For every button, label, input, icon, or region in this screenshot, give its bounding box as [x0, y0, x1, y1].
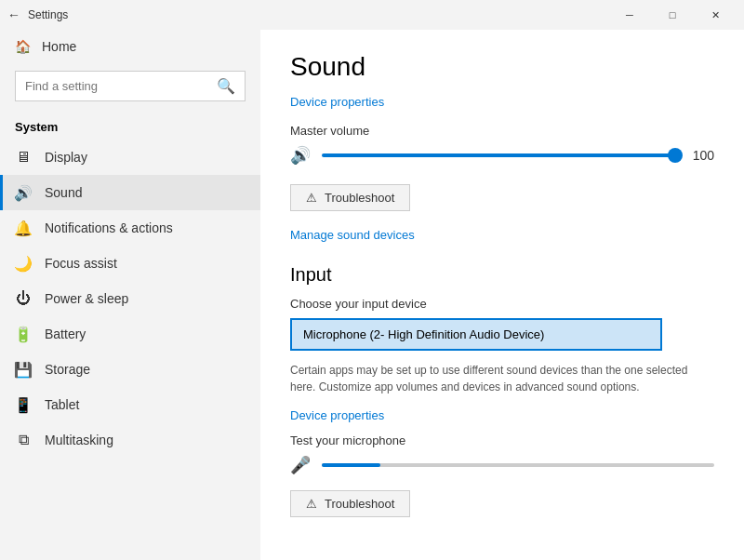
home-icon: 🏠: [15, 39, 31, 54]
sidebar-item-focus[interactable]: 🌙 Focus assist: [0, 246, 260, 281]
sidebar-item-notifications[interactable]: 🔔 Notifications & actions: [0, 210, 260, 246]
minimize-button[interactable]: ─: [608, 0, 651, 30]
back-icon: ←: [7, 7, 20, 22]
tablet-icon: 📱: [15, 396, 32, 413]
focus-icon: 🌙: [15, 255, 32, 272]
sidebar-item-label-battery: Battery: [45, 327, 86, 341]
test-mic-label: Test your microphone: [290, 433, 714, 447]
device-properties-link[interactable]: Device properties: [290, 95, 384, 109]
titlebar: ← Settings ─ □ ✕: [0, 0, 744, 30]
sidebar-item-display[interactable]: 🖥 Display: [0, 140, 260, 175]
troubleshoot-button[interactable]: ⚠ Troubleshoot: [290, 184, 410, 211]
troubleshoot-label-2: Troubleshoot: [325, 497, 394, 511]
choose-input-label: Choose your input device: [290, 297, 714, 311]
volume-row: 🔊 100: [290, 145, 714, 166]
home-label: Home: [42, 39, 76, 54]
sidebar-item-storage[interactable]: 💾 Storage: [0, 352, 260, 387]
titlebar-controls: ─ □ ✕: [608, 0, 737, 30]
info-text: Certain apps may be set up to use differ…: [290, 362, 714, 395]
battery-icon: 🔋: [15, 326, 32, 342]
notifications-icon: 🔔: [15, 220, 32, 236]
close-button[interactable]: ✕: [694, 0, 737, 30]
warning-icon: ⚠: [306, 191, 317, 205]
warning-icon-2: ⚠: [306, 497, 317, 511]
device-properties-link-2[interactable]: Device properties: [290, 408, 384, 422]
sidebar-item-multitasking[interactable]: ⧉ Multitasking: [0, 422, 260, 458]
sidebar-item-power[interactable]: ⏻ Power & sleep: [0, 281, 260, 316]
volume-icon: 🔊: [290, 145, 311, 166]
mic-slider-row: 🎤: [290, 455, 714, 475]
storage-icon: 💾: [15, 361, 32, 378]
sidebar-item-tablet[interactable]: 📱 Tablet: [0, 387, 260, 422]
master-volume-label: Master volume: [290, 124, 714, 138]
device-select[interactable]: Microphone (2- High Definition Audio Dev…: [290, 318, 662, 351]
volume-thumb[interactable]: [668, 148, 683, 163]
maximize-button[interactable]: □: [651, 0, 694, 30]
sidebar-item-sound[interactable]: 🔊 Sound: [0, 175, 260, 210]
troubleshoot-button-2[interactable]: ⚠ Troubleshoot: [290, 490, 410, 517]
search-icon: 🔍: [217, 77, 235, 95]
titlebar-title: Settings: [28, 8, 608, 21]
sound-icon: 🔊: [15, 184, 32, 201]
mic-slider[interactable]: [322, 463, 714, 467]
volume-track: [322, 153, 675, 157]
selected-device-label: Microphone (2- High Definition Audio Dev…: [303, 327, 544, 341]
sidebar-item-label-storage: Storage: [45, 362, 90, 377]
sidebar-item-label-focus: Focus assist: [45, 256, 117, 271]
troubleshoot-label: Troubleshoot: [325, 191, 394, 205]
search-input[interactable]: [25, 79, 209, 93]
mic-slider-fill: [322, 463, 380, 467]
main-container: 🏠 Home 🔍 System 🖥 Display 🔊 Sound 🔔 Noti…: [0, 30, 744, 560]
input-section-title: Input: [290, 264, 714, 286]
manage-sound-devices-link[interactable]: Manage sound devices: [290, 228, 415, 242]
mic-icon: 🎤: [290, 455, 311, 475]
sidebar-item-label-multitasking: Multitasking: [45, 433, 113, 447]
sidebar-item-label-power: Power & sleep: [45, 291, 128, 306]
sidebar-item-battery[interactable]: 🔋 Battery: [0, 316, 260, 352]
sidebar-search-container[interactable]: 🔍: [15, 71, 246, 101]
volume-value: 100: [686, 148, 714, 163]
page-title: Sound: [290, 52, 714, 82]
content-area: Sound Device properties Master volume 🔊 …: [260, 30, 744, 560]
sidebar-home[interactable]: 🏠 Home: [0, 30, 260, 63]
sidebar-item-label-sound: Sound: [45, 185, 82, 200]
sidebar-item-label-display: Display: [45, 150, 87, 165]
sidebar: 🏠 Home 🔍 System 🖥 Display 🔊 Sound 🔔 Noti…: [0, 30, 260, 560]
power-icon: ⏻: [15, 290, 32, 307]
sidebar-item-label-tablet: Tablet: [45, 397, 79, 412]
volume-slider[interactable]: [322, 146, 675, 165]
multitasking-icon: ⧉: [15, 432, 32, 448]
display-icon: 🖥: [15, 149, 32, 166]
sidebar-item-label-notifications: Notifications & actions: [45, 220, 173, 235]
sidebar-section-label: System: [0, 109, 260, 140]
